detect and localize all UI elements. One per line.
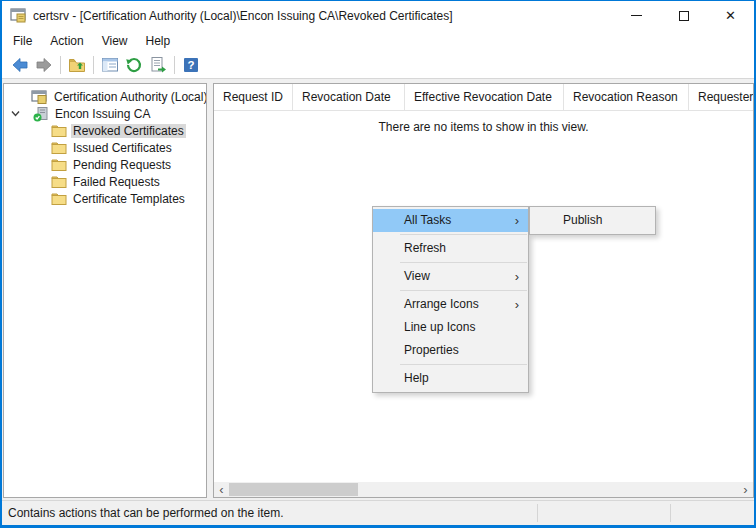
scrollbar-thumb[interactable] [229,483,358,496]
tree-item-label: Certificate Templates [71,192,187,206]
menu-item-help[interactable]: Help [373,367,528,390]
statusbar-divider [537,504,538,522]
toolbar: ? [2,52,754,79]
forward-arrow-icon [35,56,53,74]
submenu-item-publish[interactable]: Publish [530,209,655,232]
tree-item-failed-requests[interactable]: Failed Requests [4,173,206,190]
tree-item-certificate-templates[interactable]: Certificate Templates [4,190,206,207]
statusbar: Contains actions that can be performed o… [2,500,754,525]
menu-item-label: All Tasks [404,213,451,227]
menu-item-label: View [404,269,430,283]
folder-icon [51,175,67,189]
back-button[interactable] [8,54,32,76]
tree-item-label: Issued Certificates [71,141,174,155]
menu-help[interactable]: Help [137,31,180,51]
menu-view[interactable]: View [93,31,137,51]
menu-item-label: Refresh [404,241,446,255]
menu-item-label: Help [404,371,429,385]
chevron-down-icon[interactable] [10,108,21,119]
menu-item-refresh[interactable]: Refresh [373,237,528,260]
folder-up-icon [68,56,86,74]
window-controls: ✕ [613,1,754,30]
svg-text:?: ? [187,59,194,71]
maximize-icon [679,11,689,21]
close-icon: ✕ [725,9,736,22]
help-icon: ? [182,56,200,74]
tree-item-label: Revoked Certificates [71,124,186,138]
console-tree-pane: Certification Authority (Local) [3,83,207,498]
back-arrow-icon [11,56,29,74]
menu-separator [400,290,527,291]
folder-icon [51,158,67,172]
refresh-button[interactable] [122,54,146,76]
menu-file[interactable]: File [4,31,41,51]
submenu-arrow-icon: › [515,209,519,232]
minimize-icon [631,15,642,16]
certsrv-app-icon [10,7,27,24]
forward-button[interactable] [32,54,56,76]
tree-item-encon-issuing-ca[interactable]: Encon Issuing CA [4,105,206,122]
menu-item-label: Publish [563,213,602,227]
menu-item-arrange-icons[interactable]: Arrange Icons › [373,293,528,316]
window-title: certsrv - [Certification Authority (Loca… [33,9,453,23]
statusbar-divider [670,504,671,522]
submenu-arrow-icon: › [515,293,519,316]
submenu-arrow-icon: › [515,265,519,288]
console-tree-icon [101,56,119,74]
toolbar-separator [93,56,94,74]
close-button[interactable]: ✕ [707,1,754,30]
menu-item-label: Arrange Icons [404,297,479,311]
column-header-effective-revocation-date[interactable]: Effective Revocation Date [405,84,564,110]
export-list-icon [149,56,167,74]
column-header-revocation-date[interactable]: Revocation Date [293,84,405,110]
column-header-requester-name[interactable]: Requester Name [689,84,753,110]
refresh-icon [125,56,143,74]
tree-item-label: Failed Requests [71,175,162,189]
maximize-button[interactable] [660,1,707,30]
menubar: File Action View Help [2,30,754,52]
up-one-level-button[interactable] [65,54,89,76]
context-menu: All Tasks › Refresh View › Arrange Icons… [372,206,529,393]
status-text: Contains actions that can be performed o… [8,506,284,520]
minimize-button[interactable] [613,1,660,30]
ca-server-icon [33,106,49,122]
horizontal-scrollbar[interactable]: ‹ › [214,482,753,497]
tree-item-pending-requests[interactable]: Pending Requests [4,156,206,173]
show-console-tree-button[interactable] [98,54,122,76]
tree-item-issued-certificates[interactable]: Issued Certificates [4,139,206,156]
menu-separator [400,234,527,235]
menu-item-line-up-icons[interactable]: Line up Icons [373,316,528,339]
tree-item-revoked-certificates[interactable]: Revoked Certificates [4,122,206,139]
folder-icon [51,124,67,138]
menu-item-all-tasks[interactable]: All Tasks › [373,209,528,232]
certsrv-window: certsrv - [Certification Authority (Loca… [0,0,756,528]
tree-item-label: Pending Requests [71,158,173,172]
tree-item-label: Encon Issuing CA [53,107,152,121]
menu-action[interactable]: Action [41,31,92,51]
titlebar: certsrv - [Certification Authority (Loca… [2,1,754,30]
menu-separator [400,262,527,263]
menu-item-properties[interactable]: Properties [373,339,528,362]
scroll-left-button[interactable]: ‹ [214,482,229,497]
scroll-right-button[interactable]: › [738,482,753,497]
menu-separator [400,364,527,365]
menu-item-view[interactable]: View › [373,265,528,288]
folder-icon [51,192,67,206]
toolbar-separator [60,56,61,74]
toolbar-separator [174,56,175,74]
tree-item-certification-authority[interactable]: Certification Authority (Local) [4,88,206,105]
menu-item-label: Properties [404,343,459,357]
folder-icon [51,141,67,155]
export-list-button[interactable] [146,54,170,76]
column-header-row: Request ID Revocation Date Effective Rev… [214,84,753,111]
empty-view-message: There are no items to show in this view. [214,120,753,134]
tree-item-label: Certification Authority (Local) [52,90,207,104]
column-header-request-id[interactable]: Request ID [214,84,293,110]
help-button[interactable]: ? [179,54,203,76]
all-tasks-submenu: Publish [529,206,656,235]
column-header-revocation-reason[interactable]: Revocation Reason [564,84,689,110]
menu-item-label: Line up Icons [404,320,475,334]
certification-authority-icon [31,89,48,105]
